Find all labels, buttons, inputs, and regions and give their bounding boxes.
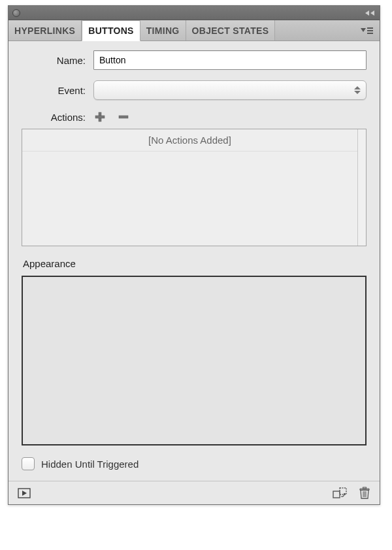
svg-rect-8 bbox=[119, 116, 128, 118]
actions-row: Actions: bbox=[22, 110, 367, 123]
hidden-until-triggered-label: Hidden Until Triggered bbox=[41, 459, 139, 470]
svg-rect-15 bbox=[363, 487, 367, 489]
svg-rect-7 bbox=[95, 116, 105, 118]
convert-button[interactable] bbox=[333, 487, 347, 499]
svg-rect-3 bbox=[367, 27, 373, 29]
actions-list-inner: [No Actions Added] bbox=[22, 129, 358, 246]
name-row: Name: bbox=[22, 50, 367, 70]
panel-titlebar[interactable] bbox=[8, 6, 380, 20]
svg-marker-10 bbox=[22, 491, 27, 496]
actions-label: Actions: bbox=[22, 112, 93, 123]
svg-rect-11 bbox=[333, 491, 340, 498]
buttons-panel: HYPERLINKS BUTTONS TIMING OBJECT STATES … bbox=[8, 5, 380, 505]
tab-buttons[interactable]: BUTTONS bbox=[82, 20, 140, 41]
svg-rect-4 bbox=[367, 30, 373, 31]
appearance-preview[interactable] bbox=[22, 276, 367, 445]
panel-body: Name: Event: Actions: bbox=[8, 41, 380, 481]
svg-marker-1 bbox=[370, 10, 374, 16]
hidden-until-triggered-checkbox[interactable] bbox=[22, 457, 35, 470]
svg-marker-2 bbox=[361, 28, 366, 32]
remove-action-button[interactable] bbox=[117, 110, 130, 123]
tab-object-states[interactable]: OBJECT STATES bbox=[186, 20, 276, 40]
add-action-button[interactable] bbox=[93, 110, 106, 123]
actions-empty-text: [No Actions Added] bbox=[22, 129, 357, 152]
name-label: Name: bbox=[22, 55, 93, 66]
event-row: Event: bbox=[22, 80, 367, 100]
appearance-label: Appearance bbox=[23, 258, 367, 269]
svg-rect-5 bbox=[367, 33, 373, 34]
close-icon[interactable] bbox=[12, 9, 20, 17]
event-dropdown[interactable] bbox=[93, 80, 367, 100]
panel-menu-button[interactable] bbox=[353, 20, 380, 40]
tab-hyperlinks[interactable]: HYPERLINKS bbox=[8, 20, 82, 40]
trash-icon[interactable] bbox=[359, 487, 370, 500]
panel-footer bbox=[8, 481, 380, 504]
chevron-updown-icon bbox=[354, 85, 361, 95]
actions-list[interactable]: [No Actions Added] bbox=[22, 129, 367, 246]
name-input[interactable] bbox=[93, 50, 367, 70]
tab-bar: HYPERLINKS BUTTONS TIMING OBJECT STATES bbox=[8, 20, 380, 41]
tab-timing[interactable]: TIMING bbox=[140, 20, 186, 40]
event-label: Event: bbox=[22, 85, 93, 96]
collapse-icon[interactable] bbox=[364, 10, 376, 16]
preview-button[interactable] bbox=[18, 488, 31, 498]
hidden-until-triggered-row: Hidden Until Triggered bbox=[22, 457, 367, 470]
svg-marker-0 bbox=[365, 10, 369, 16]
